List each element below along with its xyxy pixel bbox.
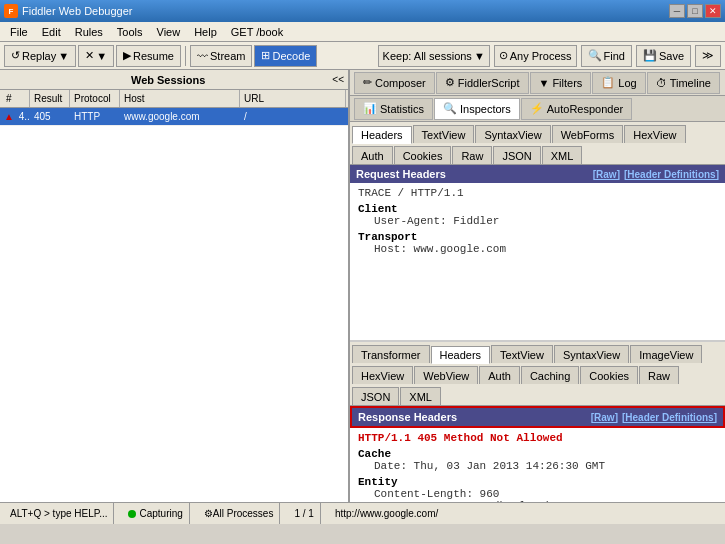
response-tab-xml[interactable]: XML (400, 387, 441, 405)
response-tab-textview[interactable]: TextView (491, 345, 553, 363)
menu-edit[interactable]: Edit (36, 25, 67, 39)
request-raw-link[interactable]: [Raw] (593, 169, 620, 180)
response-tab-hexview[interactable]: HexView (352, 366, 413, 384)
request-header-links: [Raw] [Header Definitions] (593, 169, 719, 180)
response-headers-title: Response Headers [Raw] [Header Definitio… (350, 406, 725, 428)
filters-icon: ▼ (539, 77, 550, 89)
tab-composer[interactable]: ✏ Composer (354, 72, 435, 94)
window-title: Fiddler Web Debugger (22, 5, 132, 17)
response-tab-json[interactable]: JSON (352, 387, 399, 405)
remove-button[interactable]: ✕ ▼ (78, 45, 114, 67)
request-tab-xml[interactable]: XML (542, 146, 583, 164)
response-tab-webview[interactable]: WebView (414, 366, 478, 384)
stream-button[interactable]: 〰 Stream (190, 45, 252, 67)
request-tab-auth[interactable]: Auth (352, 146, 393, 164)
fiddlerscript-icon: ⚙ (445, 76, 455, 89)
request-tab-cookies[interactable]: Cookies (394, 146, 452, 164)
toolbar-options-button[interactable]: ≫ (695, 45, 721, 67)
response-tab-transformer[interactable]: Transformer (352, 345, 430, 363)
inspector-panel: ✏ Composer ⚙ FiddlerScript ▼ Filters 📋 L… (350, 70, 725, 502)
status-bar: ALT+Q > type HELP... Capturing ⚙ All Pro… (0, 502, 725, 524)
request-tabs: Headers TextView SyntaxView WebForms Hex… (350, 122, 725, 144)
tab-filters[interactable]: ▼ Filters (530, 72, 592, 94)
top-tabs-bar: ✏ Composer ⚙ FiddlerScript ▼ Filters 📋 L… (350, 70, 725, 96)
col-protocol[interactable]: Protocol (70, 90, 120, 107)
menu-rules[interactable]: Rules (69, 25, 109, 39)
status-count: 1 / 1 (288, 503, 320, 524)
col-host[interactable]: Host (120, 90, 240, 107)
status-capturing: Capturing (122, 503, 189, 524)
request-group-client: Client (358, 203, 717, 215)
response-tab-auth[interactable]: Auth (479, 366, 520, 384)
response-header-content-length: Content-Length: 960 (358, 488, 717, 500)
replay-button[interactable]: ↺ Replay ▼ (4, 45, 76, 67)
request-headers-title: Request Headers [Raw] [Header Definition… (350, 165, 725, 183)
session-host: www.google.com (120, 111, 240, 122)
tab-statistics[interactable]: 📊 Statistics (354, 98, 433, 120)
col-url[interactable]: URL (240, 90, 346, 107)
tab-inspectors[interactable]: 🔍 Inspectors (434, 98, 520, 120)
request-tab-headers[interactable]: Headers (352, 126, 412, 144)
response-raw-link[interactable]: [Raw] (591, 412, 618, 423)
resume-button[interactable]: ▶ Resume (116, 45, 181, 67)
minimize-button[interactable]: ─ (669, 4, 685, 18)
title-bar-buttons[interactable]: ─ □ ✕ (669, 4, 721, 18)
error-icon: ▲ (4, 111, 14, 122)
response-tab-raw[interactable]: Raw (639, 366, 679, 384)
sessions-panel: Web Sessions << # Result Protocol Host U… (0, 70, 350, 502)
response-header-defs-link[interactable]: [Header Definitions] (622, 412, 717, 423)
tab-autoresponder[interactable]: ⚡ AutoResponder (521, 98, 632, 120)
replay-icon: ↺ (11, 49, 20, 62)
resume-icon: ▶ (123, 49, 131, 62)
response-tab-headers[interactable]: Headers (431, 346, 491, 364)
session-num: ▲ 4.. (0, 111, 30, 122)
request-tab-textview[interactable]: TextView (413, 125, 475, 143)
close-button[interactable]: ✕ (705, 4, 721, 18)
request-tab-syntaxview[interactable]: SyntaxView (475, 125, 550, 143)
col-result[interactable]: Result (30, 90, 70, 107)
processes-label: All Processes (213, 508, 274, 519)
response-section: Transformer Headers TextView SyntaxView … (350, 342, 725, 502)
request-section: Headers TextView SyntaxView WebForms Hex… (350, 122, 725, 342)
maximize-button[interactable]: □ (687, 4, 703, 18)
menu-file[interactable]: File (4, 25, 34, 39)
session-url: / (240, 111, 348, 122)
fiddlerscript-label: FiddlerScript (458, 77, 520, 89)
response-tab-syntaxview[interactable]: SyntaxView (554, 345, 629, 363)
request-header-defs-link[interactable]: [Header Definitions] (624, 169, 719, 180)
menu-tools[interactable]: Tools (111, 25, 149, 39)
tab-timeline[interactable]: ⏱ Timeline (647, 72, 720, 94)
save-button[interactable]: 💾 Save (636, 45, 691, 67)
menu-get-book[interactable]: GET /book (225, 25, 289, 39)
main-area: Web Sessions << # Result Protocol Host U… (0, 70, 725, 502)
tab-fiddlerscript[interactable]: ⚙ FiddlerScript (436, 72, 529, 94)
tab-log[interactable]: 📋 Log (592, 72, 645, 94)
menu-help[interactable]: Help (188, 25, 223, 39)
response-headers-label: Response Headers (358, 411, 457, 423)
keep-sessions-dropdown[interactable]: Keep: All sessions ▼ (378, 45, 490, 67)
decode-button[interactable]: ⊞ Decode (254, 45, 317, 67)
status-processes[interactable]: ⚙ All Processes (198, 503, 281, 524)
request-group-transport: Transport (358, 231, 717, 243)
response-status-line: HTTP/1.1 405 Method Not Allowed (358, 432, 717, 444)
response-tab-cookies[interactable]: Cookies (580, 366, 638, 384)
request-tab-webforms[interactable]: WebForms (552, 125, 624, 143)
request-tab-raw[interactable]: Raw (452, 146, 492, 164)
collapse-sessions-button[interactable]: << (332, 74, 344, 85)
menu-view[interactable]: View (151, 25, 187, 39)
col-number[interactable]: # (2, 90, 30, 107)
inspectors-icon: 🔍 (443, 102, 457, 115)
any-process-dropdown[interactable]: ⊙ Any Process (494, 45, 577, 67)
response-tab-imageview[interactable]: ImageView (630, 345, 702, 363)
response-header-links: [Raw] [Header Definitions] (591, 412, 717, 423)
find-button[interactable]: 🔍 Find (581, 45, 632, 67)
response-tab-caching[interactable]: Caching (521, 366, 579, 384)
app-icon: F (4, 4, 18, 18)
response-header-date: Date: Thu, 03 Jan 2013 14:26:30 GMT (358, 460, 717, 472)
request-tab-json[interactable]: JSON (493, 146, 540, 164)
session-row[interactable]: ▲ 4.. 405 HTTP www.google.com / (0, 108, 348, 126)
replay-dropdown-icon: ▼ (58, 50, 69, 62)
request-method-line: TRACE / HTTP/1.1 (358, 187, 717, 199)
filters-label: Filters (552, 77, 582, 89)
request-tab-hexview[interactable]: HexView (624, 125, 685, 143)
